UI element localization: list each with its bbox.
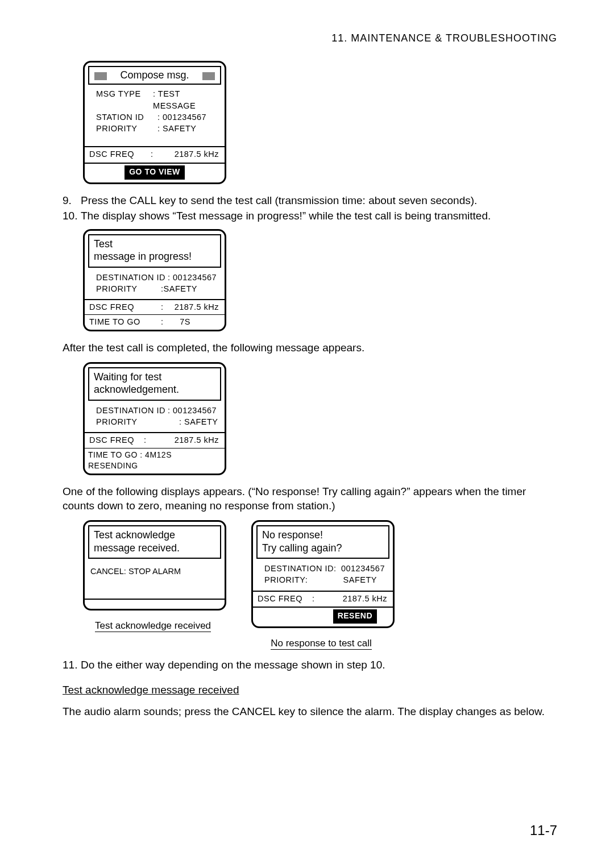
final-paragraph: The audio alarm sounds; press the CANCEL… <box>63 704 557 719</box>
dest-id-value-3: : 001234567 <box>168 405 217 416</box>
titlebar-block-left <box>94 72 107 80</box>
test-progress-screen: Test message in progress! DESTINATION ID… <box>83 229 226 331</box>
no-response-screen: No response! Try calling again? DESTINAT… <box>251 520 395 628</box>
msg-type-label: MSG TYPE <box>96 88 153 111</box>
titlebar-block-right <box>202 72 215 80</box>
dsc-freq-value-2: 2187.5 kHz <box>175 301 225 313</box>
dsc-freq-label: DSC FREQ <box>89 148 151 160</box>
priority-label-3: PRIORITY <box>96 416 168 427</box>
priority-label-5: PRIORITY: <box>264 574 339 585</box>
step-11-text: Do the either way depending on the messa… <box>81 658 385 672</box>
step-10-text: The display shows “Test message in progr… <box>81 209 491 223</box>
colon: : <box>144 434 151 446</box>
colon: : <box>151 148 157 160</box>
resending-status: TIME TO GO : 4M12S RESENDING <box>85 449 225 474</box>
dsc-freq-value-3: 2187.5 kHz <box>175 434 225 446</box>
resend-button[interactable]: RESEND <box>333 609 377 624</box>
dest-id-label-5: DESTINATION ID: <box>264 563 339 574</box>
dsc-freq-value: 2187.5 kHz <box>175 148 225 160</box>
subheading: Test acknowledge message received <box>63 684 239 696</box>
priority-value-3: : SAFETY <box>179 416 218 427</box>
step-10-number: 10. <box>63 209 81 223</box>
priority-value-5: SAFETY <box>343 574 388 585</box>
ack-received-screen: Test acknowledge message received. CANCE… <box>83 520 226 610</box>
time-to-go-label: TIME TO GO <box>89 316 161 327</box>
progress-line2: message in progress! <box>94 250 215 263</box>
dsc-freq-label-3: DSC FREQ <box>89 434 144 446</box>
dest-id-label-3: DESTINATION ID <box>96 405 168 416</box>
colon: : <box>161 316 168 327</box>
step-11-number: 11. <box>63 658 81 672</box>
dest-id-value: : 001234567 <box>168 272 217 283</box>
msg-type-value: : TEST MESSAGE <box>153 88 220 111</box>
waiting-ack-screen: Waiting for test acknowledgement. DESTIN… <box>83 362 226 475</box>
priority-label-2: PRIORITY <box>96 283 161 294</box>
ack-line2: message received. <box>94 542 215 555</box>
colon: : <box>312 593 319 604</box>
waiting-line1: Waiting for test <box>94 371 215 384</box>
one-of-following-text: One of the following displays appears. (… <box>63 484 557 513</box>
priority-value: : SAFETY <box>157 123 196 134</box>
after-test-call-text: After the test call is completed, the fo… <box>63 340 557 355</box>
cancel-stop-alarm: CANCEL: STOP ALARM <box>90 567 181 576</box>
noresp-line2: Try calling again? <box>262 542 384 555</box>
priority-value-2: :SAFETY <box>161 283 220 294</box>
station-id-value: : 001234567 <box>157 111 206 123</box>
noresp-caption: No response to test call <box>271 638 372 650</box>
go-to-view-button[interactable]: GO TO VIEW <box>125 165 185 180</box>
step-9-number: 9. <box>63 193 81 208</box>
time-to-go-value: 7S <box>180 316 225 327</box>
noresp-line1: No response! <box>262 529 384 542</box>
page-number: 11-7 <box>530 821 557 840</box>
colon: : <box>161 301 168 313</box>
station-id-label: STATION ID <box>96 111 157 123</box>
progress-line1: Test <box>94 238 215 251</box>
compose-msg-screen: Compose msg. MSG TYPE: TEST MESSAGE STAT… <box>83 61 226 184</box>
dest-id-label: DESTINATION ID <box>96 272 168 283</box>
waiting-line2: acknowledgement. <box>94 383 215 396</box>
dsc-freq-label-5: DSC FREQ <box>258 593 312 604</box>
ack-line1: Test acknowledge <box>94 529 215 542</box>
compose-titlebar: Compose msg. <box>88 66 221 85</box>
priority-label: PRIORITY <box>96 123 157 134</box>
dest-id-value-5: 001234567 <box>341 563 388 574</box>
dsc-freq-label-2: DSC FREQ <box>89 301 161 313</box>
dsc-freq-value-5: 2187.5 kHz <box>343 593 393 604</box>
ack-caption: Test acknowledge received <box>95 620 211 632</box>
compose-title: Compose msg. <box>120 69 189 81</box>
page-header: 11. MAINTENANCE & TROUBLESHOOTING <box>63 31 557 45</box>
step-9-text: Press the CALL key to send the test call… <box>81 193 477 208</box>
